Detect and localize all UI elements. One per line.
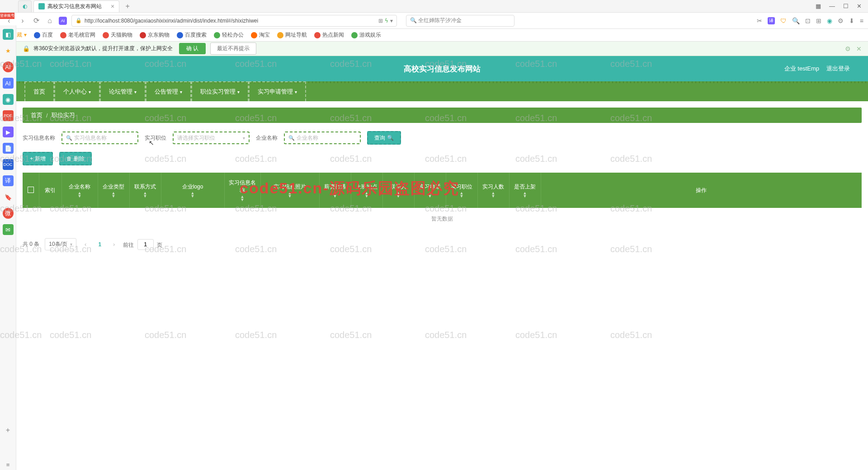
sb-icon-11[interactable]: 🔖 [3, 192, 14, 202]
sb-icon-7[interactable]: ▶ [3, 127, 14, 137]
later-button[interactable]: 最近不再提示 [210, 42, 256, 55]
filter-position-select[interactable]: 请选择实习职位 ▾ [173, 132, 250, 144]
apps-icon[interactable]: ⊞ [816, 17, 821, 24]
bm-7[interactable]: 网址导航 [277, 31, 307, 39]
col-listed[interactable]: 是否上架▲▼ [509, 173, 541, 208]
menu-icon[interactable]: ≡ [860, 17, 863, 24]
sb-icon-2[interactable]: ★ [3, 45, 14, 56]
page-size-select[interactable]: 10条/页 ▾ [45, 238, 76, 250]
bm-4[interactable]: 百度搜索 [177, 31, 207, 39]
grid-icon[interactable]: ▦ [816, 3, 821, 9]
qr-icon[interactable]: ⊞ [378, 18, 383, 24]
col-company[interactable]: 企业名称▲▼ [61, 173, 98, 208]
query-button[interactable]: 查询 🔍 [367, 131, 401, 145]
col-photo[interactable]: 实习信息照片▲▼ [260, 173, 319, 208]
bolt-icon[interactable]: ϟ [385, 18, 388, 24]
tab-active[interactable]: 高校实习信息发布网站 × [33, 0, 119, 12]
menu-position[interactable]: 职位实习管理▾ [191, 81, 249, 101]
delete-button[interactable]: 🗑删除 [59, 152, 92, 165]
menu-apply[interactable]: 实习申请管理▾ [249, 81, 306, 101]
col-checkbox[interactable] [23, 173, 39, 208]
filter-company-input[interactable]: 🔍 [284, 132, 361, 144]
menu-personal[interactable]: 个人中心▾ [54, 81, 100, 101]
ext2-icon[interactable]: ◉ [827, 17, 832, 24]
plane-icon: ◐ [23, 3, 27, 9]
breadcrumb-home[interactable]: 首页 [31, 111, 42, 119]
app-container: 高校实习信息发布网站 企业 testEmp 退出登录 首页 个人中心▾ 论坛管理… [16, 56, 868, 257]
menu-forum[interactable]: 论坛管理▾ [100, 81, 146, 101]
confirm-button[interactable]: 确 认 [179, 43, 206, 54]
col-logo[interactable]: 企业logo▲▼ [161, 173, 224, 208]
zoom-icon[interactable]: 🔍 [792, 17, 800, 24]
jd-icon [140, 32, 146, 38]
page-current[interactable]: 1 [94, 241, 105, 248]
logout-button[interactable]: 退出登录 [826, 65, 850, 73]
ai-icon[interactable]: AI [59, 17, 67, 25]
prev-button[interactable]: ‹ [82, 241, 89, 248]
ext1-icon[interactable]: ⊡ [805, 17, 811, 24]
filter-name-input[interactable]: 🔍 [61, 132, 138, 144]
sb-icon-4[interactable]: AI [3, 78, 14, 89]
minimize-icon[interactable]: — [829, 3, 835, 9]
sb-icon-1[interactable]: ◧ [3, 29, 14, 40]
jump-input[interactable] [137, 239, 154, 250]
pagination: 共 0 条 10条/页 ▾ ‹ 1 › 前往 页 [23, 238, 862, 250]
col-infoname[interactable]: 实习信息名称▲▼ [224, 173, 260, 208]
col-salary[interactable]: 薪资待遇▲▼ [319, 173, 351, 208]
sec-close-icon[interactable]: ✕ [856, 45, 862, 52]
col-position[interactable]: 实习职位▲▼ [446, 173, 477, 208]
bm-9[interactable]: 游戏娱乐 [351, 31, 381, 39]
col-phone[interactable]: 实习电话▲▼ [414, 173, 446, 208]
sec-gear-icon[interactable]: ⚙ [845, 45, 851, 52]
new-tab-button[interactable]: + [121, 0, 134, 12]
checkbox-icon[interactable] [28, 187, 34, 193]
bm-2[interactable]: 天猫购物 [103, 31, 132, 39]
right-icons: ✂ 译 🛡 🔍 ⊡ ⊞ ◉ ⚙ ⬇ ≡ [757, 17, 863, 24]
filter-name-field[interactable] [74, 135, 134, 141]
col-count[interactable]: 实习人数▲▼ [477, 173, 509, 208]
url-input[interactable]: 🔒 http://localhost:8080/gaoxiaoshixixinx… [71, 15, 397, 27]
menu-home[interactable]: 首页 [24, 81, 54, 101]
bm-3[interactable]: 京东购物 [140, 31, 170, 39]
add-button[interactable]: +新增 [23, 152, 53, 165]
maximize-icon[interactable]: ☐ [843, 3, 849, 9]
forward-button[interactable]: › [18, 17, 27, 25]
content: 首页 / 职位实习 实习信息名称 🔍 实习职位 请选择实习职位 ▾ 企业名称 🔍… [16, 101, 868, 257]
search-input[interactable]: 🔍 全红婵陈芋汐冲金 [406, 15, 514, 27]
sort-icon: ▲▼ [386, 192, 411, 198]
sb-icon-3[interactable]: AI [3, 61, 14, 72]
bm-5[interactable]: 轻松办公 [214, 31, 244, 39]
col-type[interactable]: 企业类型▲▼ [98, 173, 129, 208]
close-icon[interactable]: × [111, 3, 114, 10]
dropdown-icon[interactable]: ▾ [390, 18, 393, 24]
sb-icon-12[interactable]: 微 [3, 208, 14, 219]
col-person[interactable]: 联系人▲▼ [382, 173, 414, 208]
filter-company-field[interactable] [297, 135, 356, 141]
col-index[interactable]: 索引 [39, 173, 61, 208]
gear-icon[interactable]: ⚙ [838, 17, 844, 24]
bm-0[interactable]: 百度 [34, 31, 53, 39]
download-icon[interactable]: ⬇ [849, 17, 854, 24]
sb-icon-10[interactable]: 译 [3, 175, 14, 186]
col-contact[interactable]: 联系方式▲▼ [129, 173, 161, 208]
col-location[interactable]: 上班地点▲▼ [351, 173, 382, 208]
bm-8[interactable]: 热点新闻 [314, 31, 344, 39]
menu-announce[interactable]: 公告管理▾ [146, 81, 191, 101]
sb-icon-9[interactable]: DOC [3, 159, 14, 170]
home-button[interactable]: ⌂ [45, 17, 54, 25]
sb-icon-5[interactable]: ◉ [3, 94, 14, 105]
breadcrumb-current: 职位实习 [52, 111, 75, 119]
sb-icon-8[interactable]: 📄 [3, 143, 14, 154]
sort-icon: ▲▼ [354, 192, 380, 198]
reload-button[interactable]: ⟳ [32, 16, 41, 25]
bm-6[interactable]: 淘宝 [251, 31, 270, 39]
scissors-icon[interactable]: ✂ [757, 17, 762, 24]
sb-icon-6[interactable]: PDF [3, 110, 14, 121]
bm-1[interactable]: 老毛桃官网 [60, 31, 95, 39]
next-button[interactable]: › [110, 241, 118, 248]
shield-icon[interactable]: 🛡 [780, 17, 787, 24]
sb-icon-13[interactable]: ✉ [3, 224, 14, 235]
close-window-icon[interactable]: ✕ [857, 3, 862, 9]
tab-blank[interactable]: ◐ [18, 0, 32, 12]
translate-icon[interactable]: 译 [768, 17, 775, 24]
